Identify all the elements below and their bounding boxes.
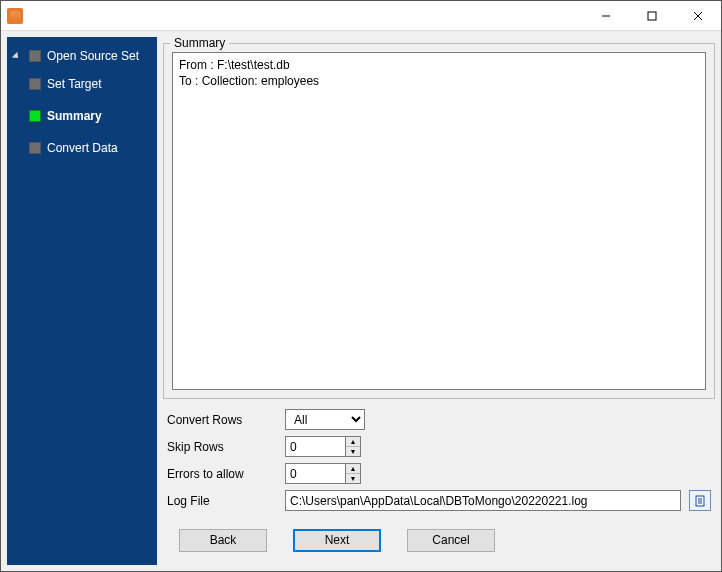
main-panel: Summary From : F:\test\test.db To : Coll… bbox=[163, 37, 715, 565]
sidebar-item-summary[interactable]: Summary bbox=[11, 105, 153, 127]
back-button[interactable]: Back bbox=[179, 529, 267, 552]
svg-rect-1 bbox=[648, 12, 656, 20]
node-icon-active bbox=[29, 110, 41, 122]
sidebar-root-label: Open Source Set bbox=[47, 49, 139, 63]
wizard-buttons: Back Next Cancel bbox=[163, 517, 715, 560]
summary-to: To : Collection: employees bbox=[179, 74, 319, 88]
summary-title: Summary bbox=[170, 36, 229, 50]
skip-rows-input[interactable] bbox=[285, 436, 345, 457]
sidebar-item-label: Summary bbox=[47, 109, 102, 123]
convert-rows-select[interactable]: All bbox=[285, 409, 365, 430]
log-file-input[interactable] bbox=[285, 490, 681, 511]
skip-rows-label: Skip Rows bbox=[167, 440, 277, 454]
node-icon bbox=[29, 50, 41, 62]
titlebar bbox=[1, 1, 721, 31]
skip-rows-spinner[interactable]: ▲ ▼ bbox=[285, 436, 361, 457]
node-icon bbox=[29, 78, 41, 90]
wizard-sidebar: Open Source Set Set Target Summary Conve… bbox=[7, 37, 157, 565]
close-button[interactable] bbox=[675, 1, 721, 30]
spin-up-icon[interactable]: ▲ bbox=[346, 437, 360, 447]
errors-allow-input[interactable] bbox=[285, 463, 345, 484]
sidebar-item-set-target[interactable]: Set Target bbox=[11, 73, 153, 95]
cancel-button[interactable]: Cancel bbox=[407, 529, 495, 552]
sidebar-item-label: Set Target bbox=[47, 77, 101, 91]
spin-down-icon[interactable]: ▼ bbox=[346, 474, 360, 483]
node-icon bbox=[29, 142, 41, 154]
tree-toggle-icon[interactable] bbox=[13, 51, 23, 61]
spin-up-icon[interactable]: ▲ bbox=[346, 464, 360, 474]
convert-rows-label: Convert Rows bbox=[167, 413, 277, 427]
spin-down-icon[interactable]: ▼ bbox=[346, 447, 360, 456]
file-icon bbox=[694, 495, 706, 507]
sidebar-root[interactable]: Open Source Set bbox=[11, 45, 153, 67]
maximize-button[interactable] bbox=[629, 1, 675, 30]
errors-allow-label: Errors to allow bbox=[167, 467, 277, 481]
next-button[interactable]: Next bbox=[293, 529, 381, 552]
sidebar-item-convert-data[interactable]: Convert Data bbox=[11, 137, 153, 159]
log-file-label: Log File bbox=[167, 494, 277, 508]
summary-text[interactable]: From : F:\test\test.db To : Collection: … bbox=[172, 52, 706, 390]
sidebar-item-label: Convert Data bbox=[47, 141, 118, 155]
errors-allow-spinner[interactable]: ▲ ▼ bbox=[285, 463, 361, 484]
summary-group: Summary From : F:\test\test.db To : Coll… bbox=[163, 43, 715, 399]
options-form: Convert Rows All Skip Rows ▲ ▼ Errors to… bbox=[163, 409, 715, 517]
summary-from: From : F:\test\test.db bbox=[179, 58, 290, 72]
window-controls bbox=[583, 1, 721, 30]
browse-log-button[interactable] bbox=[689, 490, 711, 511]
app-icon bbox=[7, 8, 23, 24]
minimize-button[interactable] bbox=[583, 1, 629, 30]
